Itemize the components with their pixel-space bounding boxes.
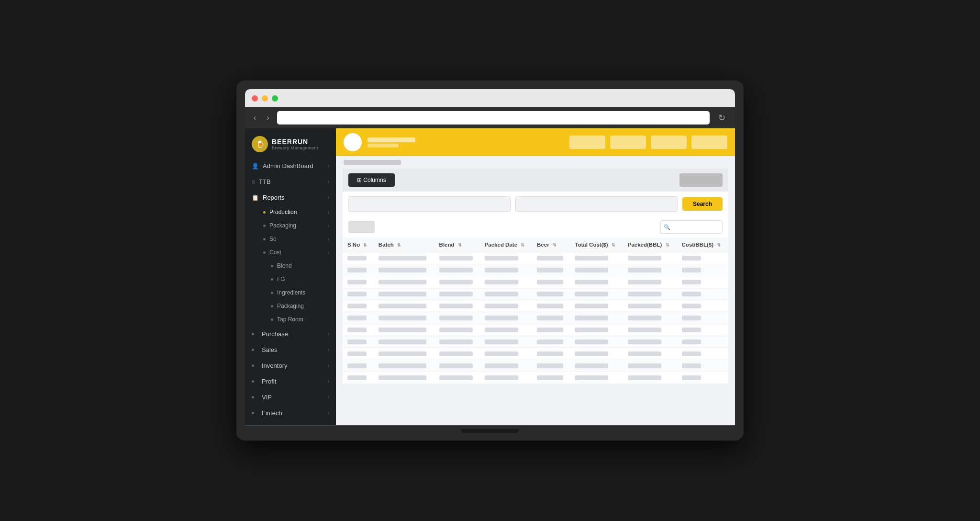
sidebar-item-fintech[interactable]: Fintech ›	[245, 405, 336, 421]
fintech-dot	[252, 412, 254, 414]
sidebar-item-taproom[interactable]: Tap Room	[266, 313, 336, 326]
fg-label: FG	[277, 276, 285, 283]
so-dot	[263, 238, 266, 240]
sidebar-ttb-label: TTB	[259, 178, 271, 185]
cell-beer	[532, 372, 570, 384]
sidebar-item-inventory[interactable]: Inventory ›	[245, 358, 336, 374]
col-sno: S No ⇅	[343, 238, 374, 252]
cell-packed-bbl	[623, 336, 677, 348]
cell-total-cost	[570, 276, 623, 288]
sidebar-item-fg[interactable]: FG	[266, 272, 336, 286]
cell-batch	[374, 336, 434, 348]
forward-button[interactable]: ›	[264, 112, 272, 124]
sno-sort-icon[interactable]: ⇅	[363, 243, 367, 248]
cell-batch	[374, 264, 434, 276]
sidebar-item-production[interactable]: Production ›	[258, 205, 336, 219]
col-packed-date-label: Packed Date	[485, 242, 517, 248]
close-button[interactable]	[252, 95, 258, 102]
production-dot	[263, 211, 266, 214]
ingredients-label: Ingredients	[277, 289, 305, 296]
show-entries-select[interactable]	[348, 221, 375, 233]
cell-blend	[434, 288, 480, 300]
banner-btn-4[interactable]	[691, 136, 727, 149]
table-row	[343, 336, 728, 348]
sidebar-item-cost[interactable]: Cost ›	[258, 246, 336, 259]
packed-bbl-sort-icon[interactable]: ⇅	[666, 243, 669, 248]
cell-batch	[374, 252, 434, 264]
packaging-label: Packaging	[269, 222, 296, 229]
col-beer-label: Beer	[537, 242, 549, 248]
maximize-button[interactable]	[272, 95, 278, 102]
cell-beer	[532, 276, 570, 288]
title-bar	[245, 89, 735, 107]
col-packed-bbl: Packed(BBL) ⇅	[623, 238, 677, 252]
cell-blend	[434, 312, 480, 324]
fintech-chevron: ›	[328, 410, 329, 416]
back-button[interactable]: ‹	[251, 112, 259, 124]
blend-sort-icon[interactable]: ⇅	[458, 243, 462, 248]
cell-sno	[343, 252, 374, 264]
filter-input-2[interactable]	[515, 196, 678, 212]
cell-blend	[434, 348, 480, 360]
url-bar[interactable]	[277, 111, 710, 125]
total-cost-sort-icon[interactable]: ⇅	[612, 243, 615, 248]
banner-right	[569, 136, 727, 149]
sales-label: Sales	[262, 346, 278, 353]
col-total-cost: Total Cost($) ⇅	[570, 238, 623, 252]
table-search-box[interactable]: 🔍	[660, 220, 723, 234]
ttb-chevron: ›	[328, 179, 329, 184]
reports-submenu: Production › Packaging ›	[245, 205, 336, 326]
cell-beer	[532, 336, 570, 348]
sidebar-item-ttb[interactable]: ≡ TTB ›	[245, 174, 336, 190]
cell-blend	[434, 336, 480, 348]
cell-beer	[532, 324, 570, 336]
table-row	[343, 252, 728, 264]
banner-btn-1[interactable]	[569, 136, 605, 149]
cell-beer	[532, 348, 570, 360]
production-chevron: ›	[328, 210, 329, 215]
cell-batch	[374, 324, 434, 336]
table-search-icon: 🔍	[664, 224, 670, 230]
cost-bbl-sort-icon[interactable]: ⇅	[717, 243, 721, 248]
table-row	[343, 360, 728, 372]
beer-sort-icon[interactable]: ⇅	[553, 243, 557, 248]
ttb-icon: ≡	[252, 179, 255, 185]
cell-packed-bbl	[623, 360, 677, 372]
cell-blend	[434, 264, 480, 276]
sidebar-item-packaging-cost[interactable]: Packaging	[266, 299, 336, 313]
sidebar-item-so[interactable]: So ›	[258, 232, 336, 246]
sidebar-item-profit[interactable]: Profit ›	[245, 374, 336, 389]
sidebar-item-admin[interactable]: 👤 Admin DashBoard ›	[245, 158, 336, 174]
cell-cost-bbl	[677, 324, 728, 336]
cell-blend	[434, 360, 480, 372]
filter-input-1[interactable]	[348, 196, 511, 212]
sidebar-item-purchase[interactable]: Purchase ›	[245, 326, 336, 342]
search-button[interactable]: Search	[682, 197, 723, 211]
cell-beer	[532, 252, 570, 264]
inventory-chevron: ›	[328, 363, 329, 368]
sidebar-item-packaging[interactable]: Packaging ›	[258, 219, 336, 232]
user-role-placeholder	[368, 144, 399, 147]
batch-sort-icon[interactable]: ⇅	[397, 243, 401, 248]
sales-chevron: ›	[328, 347, 329, 352]
cell-packed-date	[480, 276, 532, 288]
so-label: So	[269, 236, 277, 242]
banner-btn-3[interactable]	[651, 136, 687, 149]
sidebar-item-sales[interactable]: Sales ›	[245, 342, 336, 358]
sidebar-item-ingredients[interactable]: Ingredients	[266, 286, 336, 299]
cell-packed-date	[480, 288, 532, 300]
columns-button[interactable]: ⊞ Columns	[348, 173, 395, 187]
sales-inner: Sales	[252, 346, 278, 353]
admin-icon: 👤	[252, 163, 259, 170]
sidebar-item-reports[interactable]: 📋 Reports ›	[245, 190, 336, 205]
cell-packed-date	[480, 252, 532, 264]
cell-total-cost	[570, 360, 623, 372]
minimize-button[interactable]	[262, 95, 268, 102]
packed-date-sort-icon[interactable]: ⇅	[521, 243, 524, 248]
sidebar-item-vip[interactable]: VIP ›	[245, 389, 336, 405]
banner-btn-2[interactable]	[610, 136, 646, 149]
table-toolbar: ⊞ Columns	[343, 169, 728, 192]
cell-beer	[532, 300, 570, 312]
sidebar-item-blend[interactable]: Blend	[266, 259, 336, 272]
refresh-button[interactable]: ↻	[714, 111, 729, 125]
